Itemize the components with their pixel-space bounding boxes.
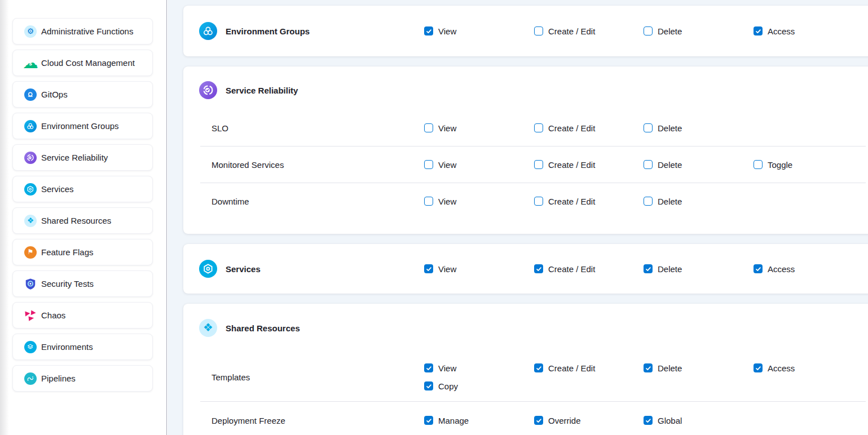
unchecked-checkbox[interactable] xyxy=(534,26,543,35)
checked-checkbox[interactable] xyxy=(424,363,433,372)
checked-checkbox[interactable] xyxy=(754,26,763,35)
cloud-cost-management-icon: ☁$ xyxy=(24,57,37,69)
permission-label: View xyxy=(438,123,456,133)
sidebar-item-label: Environments xyxy=(41,342,93,352)
environment-groups-icon xyxy=(199,22,217,40)
checked-checkbox[interactable] xyxy=(644,363,653,372)
checked-checkbox[interactable] xyxy=(534,264,543,273)
checked-checkbox[interactable] xyxy=(424,416,433,425)
unchecked-checkbox[interactable] xyxy=(424,160,433,169)
permission-access[interactable]: Access xyxy=(754,359,868,377)
sidebar-item-label: Feature Flags xyxy=(41,247,94,257)
permission-view[interactable]: View xyxy=(424,192,534,210)
checked-checkbox[interactable] xyxy=(644,416,653,425)
resource-card-services: ServicesViewCreate / EditDeleteAccess xyxy=(183,244,868,294)
resource-row-monitored-services: Monitored ServicesViewCreate / EditDelet… xyxy=(183,147,868,183)
permission-label: Access xyxy=(768,363,795,373)
sidebar-item-environments[interactable]: Environments xyxy=(12,334,153,360)
permission-grid: ViewCreate / EditDeleteAccess xyxy=(424,260,868,278)
administrative-functions-icon: ⚙ xyxy=(24,25,37,38)
permission-view[interactable]: View xyxy=(424,359,534,377)
resource-row-downtime: DowntimeViewCreate / EditDelete xyxy=(183,183,868,219)
checked-checkbox[interactable] xyxy=(424,26,433,35)
permission-view[interactable]: View xyxy=(424,260,534,278)
permission-grid: ViewCreate / EditDelete xyxy=(424,192,868,210)
checked-checkbox[interactable] xyxy=(754,264,763,273)
permission-access[interactable]: Access xyxy=(754,22,868,40)
unchecked-checkbox[interactable] xyxy=(644,123,653,132)
checked-checkbox[interactable] xyxy=(424,381,433,390)
permission-create-edit[interactable]: Create / Edit xyxy=(534,22,644,40)
sidebar-item-label: Environment Groups xyxy=(41,121,119,131)
sidebar-item-security-tests[interactable]: Security Tests xyxy=(12,270,153,297)
sidebar-item-shared-resources[interactable]: ❖Shared Resources xyxy=(12,207,153,234)
sidebar-item-chaos[interactable]: Chaos xyxy=(12,302,153,329)
unchecked-checkbox[interactable] xyxy=(534,123,543,132)
card-title: Services xyxy=(226,264,261,274)
permission-copy[interactable]: Copy xyxy=(424,377,534,395)
sidebar-item-feature-flags[interactable]: ⚑Feature Flags xyxy=(12,239,153,265)
checked-checkbox[interactable] xyxy=(534,416,543,425)
permission-grid: ViewCreate / EditDeleteToggle xyxy=(424,156,868,174)
permission-delete[interactable]: Delete xyxy=(644,359,754,377)
permission-view[interactable]: View xyxy=(424,119,534,137)
permission-grid: ViewCreate / EditDeleteAccess xyxy=(424,22,868,40)
permission-create-edit[interactable]: Create / Edit xyxy=(534,119,644,137)
unchecked-checkbox[interactable] xyxy=(424,123,433,132)
permission-label: View xyxy=(438,264,456,274)
resource-card-shared-resources: ❖Shared ResourcesTemplatesViewCreate / E… xyxy=(183,304,868,435)
unchecked-checkbox[interactable] xyxy=(644,26,653,35)
sidebar-item-cloud-cost-management[interactable]: ☁$Cloud Cost Management xyxy=(12,50,153,76)
resource-sidebar: ⚙Administrative Functions☁$Cloud Cost Ma… xyxy=(0,0,167,435)
sidebar-item-environment-groups[interactable]: Environment Groups xyxy=(12,113,153,139)
sidebar-item-services[interactable]: Services xyxy=(12,176,153,202)
resource-row-templates: TemplatesViewCreate / EditDeleteAccessCo… xyxy=(183,352,868,401)
checked-checkbox[interactable] xyxy=(424,264,433,273)
permission-create-edit[interactable]: Create / Edit xyxy=(534,156,644,174)
permission-label: Delete xyxy=(658,160,682,170)
permission-delete[interactable]: Delete xyxy=(644,22,754,40)
services-icon xyxy=(199,260,217,278)
row-label: Deployment Freeze xyxy=(212,416,285,425)
permission-label: Global xyxy=(658,416,682,425)
permission-view[interactable]: View xyxy=(424,22,534,40)
permission-delete[interactable]: Delete xyxy=(644,260,754,278)
permission-create-edit[interactable]: Create / Edit xyxy=(534,359,644,377)
unchecked-checkbox[interactable] xyxy=(754,160,763,169)
permission-delete[interactable]: Delete xyxy=(644,156,754,174)
unchecked-checkbox[interactable] xyxy=(534,197,543,206)
unchecked-checkbox[interactable] xyxy=(534,160,543,169)
permission-label: Create / Edit xyxy=(548,197,595,206)
checked-checkbox[interactable] xyxy=(754,363,763,372)
permission-override[interactable]: Override xyxy=(534,411,644,429)
permission-manage[interactable]: Manage xyxy=(424,411,534,429)
permission-global[interactable]: Global xyxy=(644,411,754,429)
pipelines-icon xyxy=(24,372,37,385)
permission-label: Delete xyxy=(658,123,682,133)
sidebar-item-pipelines[interactable]: Pipelines xyxy=(12,365,153,392)
sidebar-item-administrative-functions[interactable]: ⚙Administrative Functions xyxy=(12,18,153,45)
permission-delete[interactable]: Delete xyxy=(644,192,754,210)
checked-checkbox[interactable] xyxy=(644,264,653,273)
card-header: Service Reliability xyxy=(199,66,298,114)
permission-label: Delete xyxy=(658,264,682,274)
permission-label: View xyxy=(438,160,456,170)
permission-toggle[interactable]: Toggle xyxy=(754,156,868,174)
permission-label: Create / Edit xyxy=(548,160,595,170)
unchecked-checkbox[interactable] xyxy=(644,160,653,169)
permission-access[interactable]: Access xyxy=(754,260,868,278)
sidebar-item-gitops[interactable]: GitOps xyxy=(12,81,153,108)
sidebar-item-label: Service Reliability xyxy=(41,153,108,162)
unchecked-checkbox[interactable] xyxy=(424,197,433,206)
checked-checkbox[interactable] xyxy=(534,363,543,372)
permission-view[interactable]: View xyxy=(424,156,534,174)
unchecked-checkbox[interactable] xyxy=(644,197,653,206)
sidebar-item-label: Chaos xyxy=(41,310,65,320)
permission-create-edit[interactable]: Create / Edit xyxy=(534,260,644,278)
sidebar-item-service-reliability[interactable]: Service Reliability xyxy=(12,144,153,171)
permission-create-edit[interactable]: Create / Edit xyxy=(534,192,644,210)
permission-delete[interactable]: Delete xyxy=(644,119,754,137)
permission-label: Create / Edit xyxy=(548,26,595,36)
permission-label: Copy xyxy=(438,381,458,391)
permission-label: Access xyxy=(768,26,795,36)
